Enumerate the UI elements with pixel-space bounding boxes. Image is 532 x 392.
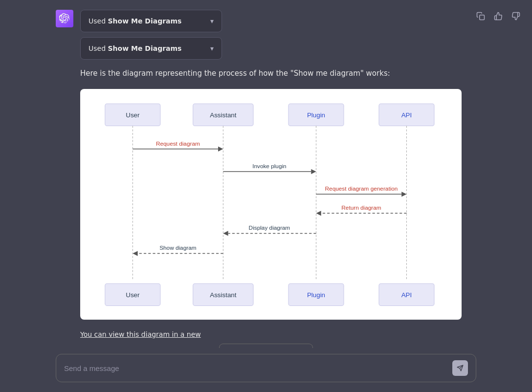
bottom-link-area: You can view this diagram in a new: [80, 329, 476, 339]
svg-text:Return diagram: Return diagram: [341, 204, 381, 211]
thumbup-button[interactable]: [492, 10, 505, 22]
input-area: [0, 348, 532, 392]
svg-marker-29: [133, 251, 137, 256]
svg-marker-14: [218, 147, 223, 152]
main-container: Used Show Me Diagrams ▾ Used Show Me Dia…: [46, 0, 486, 344]
send-icon: [457, 365, 464, 371]
svg-text:Show diagram: Show diagram: [159, 244, 197, 251]
input-wrapper: [56, 354, 476, 382]
message-row: Used Show Me Diagrams ▾ Used Show Me Dia…: [46, 10, 486, 344]
tool-cards: Used Show Me Diagrams ▾ Used Show Me Dia…: [80, 10, 476, 60]
send-button[interactable]: [452, 360, 468, 376]
chevron-down-icon-2: ▾: [210, 44, 214, 52]
svg-text:Plugin: Plugin: [307, 291, 325, 299]
tool-card-1[interactable]: Used Show Me Diagrams ▾: [80, 10, 222, 32]
svg-text:API: API: [401, 291, 412, 299]
svg-marker-26: [223, 231, 228, 236]
chevron-down-icon: ▾: [210, 17, 214, 25]
svg-marker-23: [316, 211, 321, 216]
thumbdown-button[interactable]: [510, 10, 522, 22]
view-diagram-link[interactable]: You can view this diagram in a new: [80, 330, 201, 338]
svg-text:User: User: [126, 111, 140, 119]
tool-card-2[interactable]: Used Show Me Diagrams ▾: [80, 37, 222, 60]
svg-text:API: API: [401, 111, 412, 119]
message-content: Used Show Me Diagrams ▾ Used Show Me Dia…: [80, 10, 476, 344]
svg-text:Assistant: Assistant: [210, 291, 236, 299]
tool-card-1-label: Used Show Me Diagrams: [89, 17, 181, 25]
svg-text:Display diagram: Display diagram: [249, 224, 290, 231]
svg-marker-17: [311, 169, 316, 174]
description-text: Here is the diagram representing the pro…: [80, 67, 476, 79]
svg-marker-20: [401, 192, 406, 196]
svg-text:Plugin: Plugin: [307, 111, 325, 119]
message-input[interactable]: [64, 364, 452, 372]
svg-text:Request diagram: Request diagram: [156, 140, 200, 147]
svg-text:User: User: [126, 291, 140, 299]
diagram-container: User Assistant Plugin API: [80, 89, 462, 320]
svg-text:Assistant: Assistant: [210, 111, 236, 119]
sequence-diagram: User Assistant Plugin API: [90, 99, 452, 310]
tool-card-2-label: Used Show Me Diagrams: [89, 44, 181, 52]
svg-text:Request diagram generation: Request diagram generation: [325, 185, 398, 192]
assistant-logo: [56, 10, 73, 27]
svg-text:Invoke plugin: Invoke plugin: [252, 163, 287, 170]
